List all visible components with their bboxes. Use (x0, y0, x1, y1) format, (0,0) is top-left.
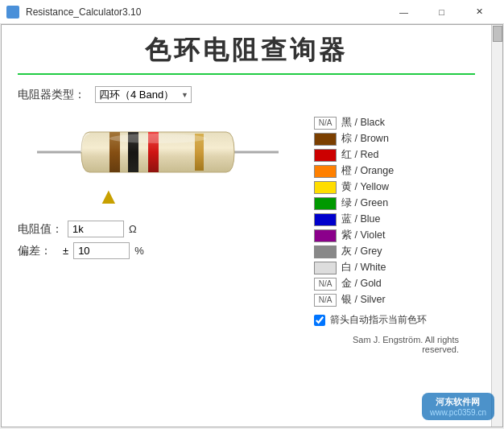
minimize-button[interactable]: — (386, 3, 422, 21)
color-legend-item[interactable]: 蓝 / Blue (314, 212, 475, 226)
svg-point-2 (109, 134, 206, 143)
color-label-silver: 银 / Silver (341, 293, 386, 307)
arrow-up-icon: ▲ (97, 185, 120, 208)
color-legend-item[interactable]: 白 / White (314, 261, 475, 274)
tolerance-unit: % (134, 245, 144, 257)
color-swatch-green (314, 197, 337, 210)
color-swatch-red (314, 149, 337, 162)
result-section: 电阻值： Ω 偏差： ± % (18, 221, 298, 259)
color-label-gold: 金 / Gold (341, 277, 382, 291)
color-label-orange: 橙 / Orange (341, 164, 394, 178)
scrollbar-thumb[interactable] (493, 26, 502, 42)
color-legend-item[interactable]: 棕 / Brown (314, 132, 475, 146)
color-label-yellow: 黄 / Yellow (341, 180, 389, 194)
color-label-violet: 紫 / Violet (341, 229, 385, 242)
main-window: 色环电阻查询器 电阻器类型： 四环（4 Band） 五环（5 Band） (1, 24, 503, 427)
color-swatch-gold: N/A (314, 278, 337, 291)
title-divider (18, 73, 475, 75)
pm-symbol: ± (63, 245, 68, 257)
scrollbar[interactable] (491, 25, 502, 427)
color-swatch-white (314, 262, 337, 274)
content-area: 色环电阻查询器 电阻器类型： 四环（4 Band） 五环（5 Band） (2, 25, 491, 362)
watermark-line1: 河东软件网 (436, 396, 480, 408)
app-title: 色环电阻查询器 (18, 33, 475, 68)
color-label-blue: 蓝 / Blue (341, 212, 380, 226)
titlebar-controls: — □ ✕ (386, 3, 498, 21)
color-swatch-violet (314, 229, 337, 242)
maximize-button[interactable]: □ (423, 3, 460, 21)
resistor-svg (37, 116, 279, 188)
color-swatch-yellow (314, 181, 337, 194)
tolerance-row: 偏差： ± % (18, 242, 298, 259)
resistor-area: ▲ (18, 116, 298, 208)
titlebar-left: Resistance_Calculator3.10 (6, 6, 141, 19)
color-label-red: 红 / Red (341, 148, 378, 162)
watermark: 河东软件网 www.pc0359.cn (422, 393, 494, 420)
auto-arrow-checkbox[interactable] (314, 315, 325, 326)
color-legend-item[interactable]: 黄 / Yellow (314, 180, 475, 194)
tolerance-label: 偏差： (18, 244, 58, 258)
color-swatch-brown (314, 133, 337, 146)
tolerance-input[interactable] (73, 242, 130, 259)
resistance-row: 电阻值： Ω (18, 221, 298, 237)
color-legend-item[interactable]: N/A金 / Gold (314, 277, 475, 291)
checkbox-label: 箭头自动指示当前色环 (330, 313, 427, 327)
color-legend-item[interactable]: 红 / Red (314, 148, 475, 162)
footer: Sam J. Engström. All rights reserved. (314, 335, 475, 354)
type-selector-row: 电阻器类型： 四环（4 Band） 五环（5 Band） (18, 86, 475, 103)
checkbox-row: 箭头自动指示当前色环 (314, 313, 475, 327)
color-swatch-black: N/A (314, 117, 337, 130)
resistance-label: 电阻值： (18, 222, 63, 237)
color-swatch-grey (314, 245, 337, 258)
watermark-line2: www.pc0359.cn (430, 408, 486, 417)
color-label-grey: 灰 / Grey (341, 245, 382, 258)
color-legend-item[interactable]: 橙 / Orange (314, 164, 475, 178)
color-swatch-orange (314, 165, 337, 178)
type-select-wrapper[interactable]: 四环（4 Band） 五环（5 Band） (95, 86, 192, 103)
color-label-brown: 棕 / Brown (341, 132, 389, 146)
arrow-row: ▲ (37, 185, 279, 208)
color-swatch-silver: N/A (314, 294, 337, 307)
titlebar-title: Resistance_Calculator3.10 (26, 6, 141, 18)
color-legend: N/A黑 / Black棕 / Brown红 / Red橙 / Orange黄 … (314, 116, 475, 307)
close-button[interactable]: ✕ (461, 3, 498, 21)
left-panel: ▲ 电阻值： Ω 偏差： ± % (18, 116, 298, 354)
app-icon (6, 6, 19, 19)
color-legend-item[interactable]: N/A黑 / Black (314, 116, 475, 130)
resistance-input[interactable] (68, 221, 124, 237)
color-legend-item[interactable]: N/A银 / Silver (314, 293, 475, 307)
main-body: ▲ 电阻值： Ω 偏差： ± % (18, 116, 475, 354)
color-swatch-blue (314, 213, 337, 226)
titlebar: Resistance_Calculator3.10 — □ ✕ (0, 0, 504, 24)
resistance-unit: Ω (129, 223, 137, 235)
color-label-white: 白 / White (341, 261, 386, 274)
color-label-green: 绿 / Green (341, 196, 388, 210)
color-legend-item[interactable]: 绿 / Green (314, 196, 475, 210)
color-legend-item[interactable]: 灰 / Grey (314, 245, 475, 258)
color-label-black: 黑 / Black (341, 116, 385, 130)
footer-text: Sam J. Engström. All rights reserved. (353, 335, 459, 354)
type-label: 电阻器类型： (18, 88, 85, 102)
color-legend-item[interactable]: 紫 / Violet (314, 229, 475, 242)
right-panel: N/A黑 / Black棕 / Brown红 / Red橙 / Orange黄 … (314, 116, 475, 354)
type-select[interactable]: 四环（4 Band） 五环（5 Band） (95, 86, 192, 103)
